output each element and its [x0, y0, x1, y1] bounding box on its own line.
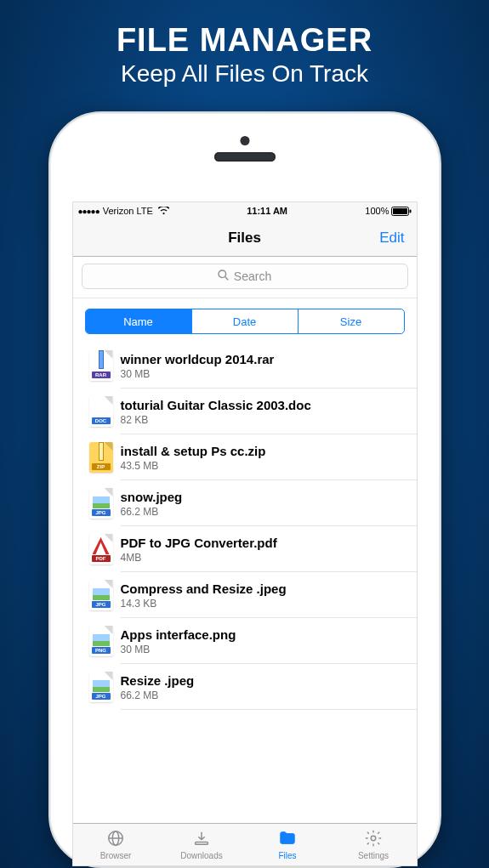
promo-title: FILE MANAGER — [117, 22, 372, 59]
signal-dots-icon: ●●●●● — [78, 207, 100, 216]
search-input[interactable]: Search — [82, 264, 408, 289]
file-row[interactable]: JPGResize .jpeg66.2 MB — [73, 664, 417, 710]
file-type-icon: JPG — [82, 672, 121, 702]
promo-subtitle: Keep All Files On Track — [117, 60, 372, 88]
phone-frame: ●●●●● Verizon LTE 11:11 AM 100% Files Ed… — [48, 111, 441, 868]
file-size: 43.5 MB — [121, 460, 266, 472]
svg-rect-1 — [393, 208, 407, 214]
file-name: Resize .jpeg — [121, 673, 195, 688]
file-row[interactable]: ZIPinstall & setup Ps cc.zip43.5 MB — [73, 434, 417, 480]
phone-speaker — [214, 152, 276, 162]
battery-icon — [391, 207, 412, 216]
sort-segmented-control: NameDateSize — [85, 309, 405, 334]
nav-bar: Files Edit — [73, 219, 417, 257]
file-type-icon: RAR — [82, 350, 121, 381]
segment-name[interactable]: Name — [86, 309, 191, 333]
tab-label: Settings — [358, 851, 389, 860]
globe-icon — [105, 829, 126, 849]
file-type-icon: PDF — [82, 534, 121, 564]
file-row[interactable]: RARwinner worldcup 2014.rar30 MB — [73, 343, 417, 389]
file-name: Apps interface.png — [121, 627, 236, 642]
tab-label: Browser — [100, 851, 132, 860]
search-icon — [218, 269, 229, 283]
tab-browser[interactable]: Browser — [73, 824, 159, 865]
file-row[interactable]: PNGApps interface.png30 MB — [73, 618, 417, 664]
file-row[interactable]: PDFPDF to JPG Converter.pdf4MB — [73, 526, 417, 572]
file-name: Compress and Resize .jpeg — [121, 582, 287, 596]
file-size: 4MB — [121, 552, 277, 564]
tab-bar: BrowserDownloadsFilesSettings — [73, 823, 417, 865]
phone-camera — [240, 136, 249, 145]
file-size: 30 MB — [121, 644, 236, 655]
svg-rect-2 — [409, 209, 411, 213]
tab-files[interactable]: Files — [245, 824, 331, 865]
tab-label: Files — [278, 851, 296, 860]
svg-rect-8 — [196, 842, 208, 845]
svg-point-9 — [371, 836, 376, 841]
file-row[interactable]: JPGsnow.jpeg66.2 MB — [73, 480, 417, 526]
file-name: winner worldcup 2014.rar — [121, 352, 275, 366]
status-bar: ●●●●● Verizon LTE 11:11 AM 100% — [73, 202, 417, 219]
segment-date[interactable]: Date — [191, 309, 298, 333]
file-type-icon: ZIP — [82, 442, 121, 473]
file-size: 30 MB — [121, 368, 275, 380]
folder-icon — [277, 829, 298, 849]
edit-button[interactable]: Edit — [379, 230, 404, 247]
file-name: toturial Guitar Classic 2003.doc — [121, 398, 311, 412]
file-name: PDF to JPG Converter.pdf — [121, 536, 277, 550]
file-size: 82 KB — [121, 414, 311, 426]
search-placeholder: Search — [234, 269, 271, 283]
file-list[interactable]: RARwinner worldcup 2014.rar30 MBDOCtotur… — [73, 343, 417, 823]
file-name: install & setup Ps cc.zip — [121, 444, 266, 458]
file-type-icon: PNG — [82, 626, 121, 656]
carrier-label: Verizon LTE — [103, 206, 153, 216]
file-row[interactable]: DOCtoturial Guitar Classic 2003.doc82 KB — [73, 389, 417, 434]
file-size: 14.3 KB — [121, 598, 287, 610]
file-row[interactable]: JPGCompress and Resize .jpeg14.3 KB — [73, 572, 417, 618]
file-type-icon: JPG — [82, 488, 121, 519]
battery-label: 100% — [365, 206, 389, 216]
file-type-icon: JPG — [82, 580, 121, 610]
clock-label: 11:11 AM — [169, 206, 366, 216]
download-icon — [191, 829, 212, 849]
page-title: Files — [228, 230, 261, 247]
tab-settings[interactable]: Settings — [331, 824, 417, 865]
svg-line-4 — [225, 277, 227, 280]
promo-header: FILE MANAGER Keep All Files On Track — [117, 22, 372, 88]
tab-downloads[interactable]: Downloads — [159, 824, 245, 865]
file-size: 66.2 MB — [121, 689, 195, 701]
screen: ●●●●● Verizon LTE 11:11 AM 100% Files Ed… — [72, 201, 418, 866]
gear-icon — [363, 829, 384, 849]
wifi-icon — [158, 207, 169, 215]
segment-size[interactable]: Size — [298, 309, 404, 333]
search-container: Search — [73, 257, 417, 298]
file-size: 66.2 MB — [121, 506, 183, 518]
sort-segment-container: NameDateSize — [73, 298, 417, 343]
file-type-icon: DOC — [82, 396, 121, 427]
tab-label: Downloads — [180, 851, 222, 860]
file-name: snow.jpeg — [121, 490, 183, 504]
